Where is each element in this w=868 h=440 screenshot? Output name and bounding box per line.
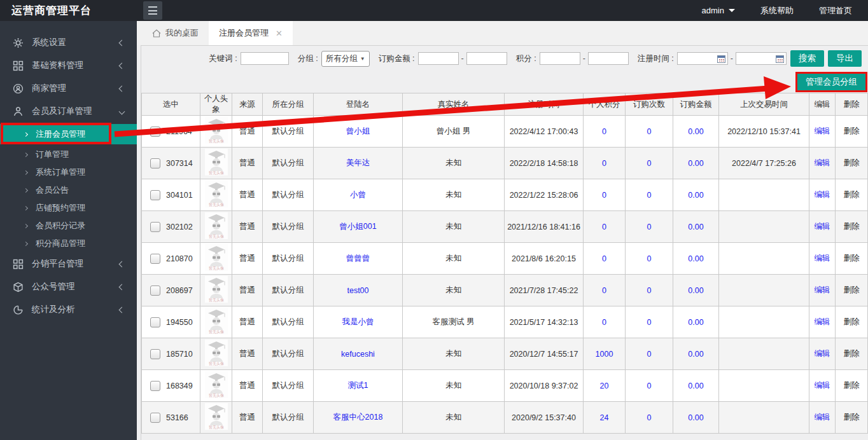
delete-link[interactable]: 删除 [844,285,860,294]
order-amount-link[interactable]: 0.00 [688,223,703,231]
edit-link[interactable]: 编辑 [815,158,830,167]
points-to-input[interactable] [588,52,629,65]
delete-link[interactable]: 删除 [844,222,860,231]
regtime-from-input[interactable] [677,52,728,65]
sidebar-subitem-5[interactable]: 订单管理 [0,146,137,163]
user-menu[interactable]: admin [702,6,735,15]
row-checkbox[interactable] [150,190,160,200]
sidebar-subitem-8[interactable]: 店铺预约管理 [0,199,137,217]
order-amount-link[interactable]: 0.00 [688,191,703,200]
manage-member-groups-button[interactable]: 管理会员分组 [797,74,865,90]
login-name-link[interactable]: kefuceshi [341,350,375,359]
row-checkbox[interactable] [150,127,160,137]
login-name-link[interactable]: 曾曾曾 [346,254,370,263]
tab-my-desktop[interactable]: 我的桌面 [142,21,209,45]
edit-link[interactable]: 编辑 [815,381,830,390]
close-icon[interactable]: ✕ [276,29,283,38]
edit-link[interactable]: 编辑 [815,285,830,294]
row-checkbox[interactable] [150,317,160,327]
points-link[interactable]: 0 [602,159,606,168]
edit-link[interactable]: 编辑 [815,127,830,135]
amount-to-input[interactable] [466,52,507,65]
export-button[interactable]: 导出 [828,50,862,67]
points-link[interactable]: 1000 [596,350,613,359]
system-help-link[interactable]: 系统帮助 [760,5,794,17]
sidebar-subitem-6[interactable]: 系统订单管理 [0,163,137,181]
points-link[interactable]: 0 [602,286,606,295]
points-link[interactable]: 0 [602,223,606,231]
tab-register-member-management[interactable]: 注册会员管理 ✕ [209,21,293,45]
order-amount-link[interactable]: 0.00 [688,286,703,295]
group-select[interactable]: 所有分组 ▼ [321,51,370,67]
row-checkbox[interactable] [150,349,160,359]
sidebar-item-3[interactable]: 会员及订单管理 [0,100,137,123]
points-link[interactable]: 20 [600,382,609,390]
order-count-link[interactable]: 0 [647,318,652,327]
sidebar-item-2[interactable]: 商家管理 [0,77,137,100]
order-count-link[interactable]: 0 [647,127,652,136]
points-from-input[interactable] [540,52,580,65]
login-name-link[interactable]: 客服中心2018 [333,413,383,422]
order-amount-link[interactable]: 0.00 [688,382,703,390]
edit-link[interactable]: 编辑 [815,254,830,263]
delete-link[interactable]: 删除 [844,413,860,422]
edit-link[interactable]: 编辑 [815,413,830,422]
edit-link[interactable]: 编辑 [815,222,830,231]
points-link[interactable]: 24 [600,413,609,422]
edit-link[interactable]: 编辑 [815,190,830,199]
login-name-link[interactable]: 曾小姐001 [339,222,376,231]
points-link[interactable]: 0 [602,127,606,136]
login-name-link[interactable]: 美年达 [346,158,370,167]
order-amount-link[interactable]: 0.00 [688,350,703,359]
sidebar-item-13[interactable]: 统计及分析 [0,298,137,321]
delete-link[interactable]: 删除 [844,349,860,358]
delete-link[interactable]: 删除 [844,127,860,135]
edit-link[interactable]: 编辑 [815,349,830,358]
points-link[interactable]: 0 [602,318,606,327]
login-name-link[interactable]: test00 [347,286,368,295]
sidebar-item-12[interactable]: 公众号管理 [0,275,137,298]
order-amount-link[interactable]: 0.00 [688,318,703,327]
row-checkbox[interactable] [150,254,160,264]
order-amount-link[interactable]: 0.00 [688,127,703,136]
login-name-link[interactable]: 我是小曾 [342,317,374,326]
row-checkbox[interactable] [150,285,160,296]
order-count-link[interactable]: 0 [647,254,652,263]
order-amount-link[interactable]: 0.00 [688,159,703,168]
order-count-link[interactable]: 0 [647,286,652,295]
row-checkbox[interactable] [150,381,160,391]
sidebar-subitem-7[interactable]: 会员公告 [0,181,137,199]
order-count-link[interactable]: 0 [647,191,652,200]
delete-link[interactable]: 删除 [844,317,860,326]
order-count-link[interactable]: 0 [647,382,652,390]
login-name-link[interactable]: 小曾 [350,190,366,199]
delete-link[interactable]: 删除 [844,381,860,390]
sidebar-item-11[interactable]: 分销平台管理 [0,252,137,275]
delete-link[interactable]: 删除 [844,254,860,263]
points-link[interactable]: 0 [602,254,606,263]
amount-from-input[interactable] [418,52,459,65]
sidebar-subitem-4[interactable]: 注册会员管理 [0,124,137,144]
order-amount-link[interactable]: 0.00 [688,254,703,263]
delete-link[interactable]: 删除 [844,190,860,199]
keyword-input[interactable] [241,52,289,65]
order-count-link[interactable]: 0 [647,159,652,168]
row-checkbox[interactable] [150,413,160,423]
edit-link[interactable]: 编辑 [815,317,830,326]
order-count-link[interactable]: 0 [647,413,652,422]
order-count-link[interactable]: 0 [647,350,652,359]
admin-home-link[interactable]: 管理首页 [819,5,852,17]
menu-toggle-button[interactable] [143,1,162,20]
login-name-link[interactable]: 测试1 [348,381,368,390]
sidebar-item-0[interactable]: 系统设置 [0,31,137,54]
sidebar-subitem-10[interactable]: 积分商品管理 [0,235,137,252]
order-amount-link[interactable]: 0.00 [688,413,703,422]
sidebar-item-1[interactable]: 基础资料管理 [0,54,137,77]
row-checkbox[interactable] [150,158,160,168]
regtime-to-input[interactable] [736,52,787,65]
delete-link[interactable]: 删除 [844,158,860,167]
row-checkbox[interactable] [150,222,160,232]
sidebar-subitem-9[interactable]: 会员积分记录 [0,217,137,235]
points-link[interactable]: 0 [602,191,606,200]
login-name-link[interactable]: 曾小姐 [346,127,370,135]
